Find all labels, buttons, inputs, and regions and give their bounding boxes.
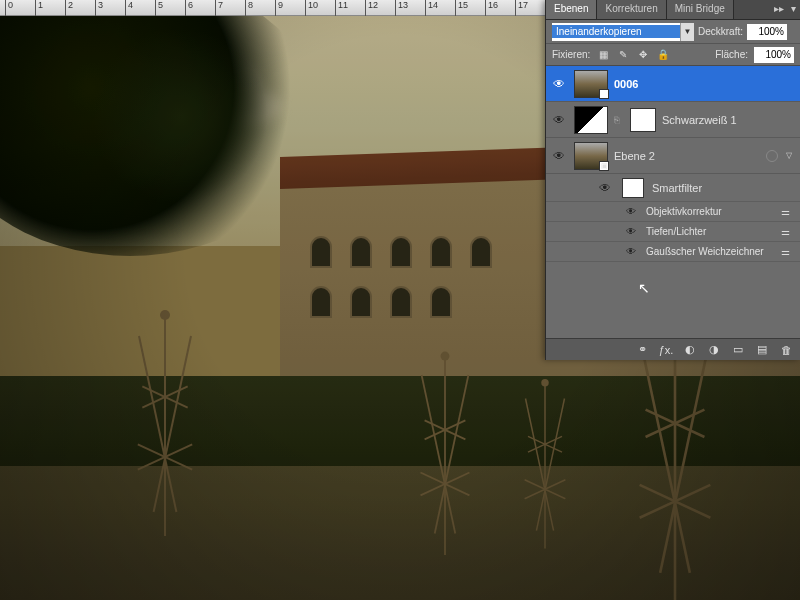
- ruler-tick: 8: [245, 0, 253, 16]
- ruler-tick: 3: [95, 0, 103, 16]
- visibility-toggle[interactable]: 👁: [624, 206, 638, 217]
- filter-objektivkorrektur[interactable]: 👁 Objektivkorrektur ⚌: [546, 202, 800, 222]
- layer-name[interactable]: Ebene 2: [614, 150, 655, 162]
- filter-options-icon[interactable]: ⚌: [781, 226, 790, 237]
- visibility-toggle[interactable]: 👁: [550, 77, 568, 91]
- ruler-tick: 4: [125, 0, 133, 16]
- layers-footer: ⚭ ƒx. ◐ ◑ ▭ ▤ 🗑: [546, 338, 800, 360]
- lock-position-icon[interactable]: ✥: [636, 48, 650, 62]
- blend-mode-select[interactable]: Ineinanderkopieren ▼: [552, 23, 694, 41]
- lock-all-icon[interactable]: 🔒: [656, 48, 670, 62]
- lock-fill-row: Fixieren: ▦ ✎ ✥ 🔒 Fläche: 100%: [546, 44, 800, 66]
- ruler-tick: 9: [275, 0, 283, 16]
- new-layer-icon[interactable]: ▤: [754, 343, 770, 356]
- layer-0006[interactable]: 👁 ▣ 0006: [546, 66, 800, 102]
- visibility-toggle[interactable]: 👁: [596, 181, 614, 195]
- smartfilter-header[interactable]: 👁 Smartfilter: [546, 174, 800, 202]
- chevron-down-icon[interactable]: ▽: [786, 151, 792, 160]
- smart-object-icon: ▣: [599, 89, 609, 99]
- lock-transparent-icon[interactable]: ▦: [596, 48, 610, 62]
- layer-thumbnail[interactable]: ▣: [574, 70, 608, 98]
- panel-tabs: Ebenen Korrekturen Mini Bridge ▸▸ ▾: [546, 0, 800, 20]
- cursor-icon: ↖: [638, 280, 650, 296]
- blend-mode-value: Ineinanderkopieren: [552, 25, 680, 38]
- ruler-tick: 6: [185, 0, 193, 16]
- filter-name: Objektivkorrektur: [646, 206, 722, 217]
- link-icon: ⎘: [614, 115, 624, 125]
- layer-name[interactable]: Schwarzweiß 1: [662, 114, 737, 126]
- filter-options-icon[interactable]: ⚌: [781, 206, 790, 217]
- ruler-tick: 11: [335, 0, 348, 16]
- ruler-tick: 10: [305, 0, 318, 16]
- ruler-tick: 1: [35, 0, 43, 16]
- delete-layer-icon[interactable]: 🗑: [778, 344, 794, 356]
- smartfilter-label: Smartfilter: [652, 182, 702, 194]
- filter-mask-thumbnail[interactable]: [622, 178, 644, 198]
- link-layers-icon[interactable]: ⚭: [634, 343, 650, 356]
- filter-tiefenlichter[interactable]: 👁 Tiefen/Lichter ⚌: [546, 222, 800, 242]
- layer-schwarzweiss[interactable]: 👁 ⎘ Schwarzweiß 1: [546, 102, 800, 138]
- visibility-toggle[interactable]: 👁: [550, 113, 568, 127]
- ruler-tick: 2: [65, 0, 73, 16]
- layers-panel: Ebenen Korrekturen Mini Bridge ▸▸ ▾ Inei…: [545, 0, 800, 360]
- panel-menu-icon[interactable]: ▾: [786, 0, 800, 19]
- visibility-toggle[interactable]: 👁: [550, 149, 568, 163]
- tab-minibridge[interactable]: Mini Bridge: [667, 0, 734, 19]
- ruler-tick: 15: [455, 0, 468, 16]
- adjustment-layer-icon[interactable]: ◑: [706, 343, 722, 356]
- ruler-tick: 5: [155, 0, 163, 16]
- filter-gausscher[interactable]: 👁 Gaußscher Weichzeichner ⚌: [546, 242, 800, 262]
- layers-list: 👁 ▣ 0006 👁 ⎘ Schwarzweiß 1 👁 ▣ Ebene 2 ▽…: [546, 66, 800, 322]
- layers-empty-area[interactable]: ↖: [546, 262, 800, 322]
- layer-ebene2[interactable]: 👁 ▣ Ebene 2 ▽: [546, 138, 800, 174]
- filter-name: Tiefen/Lichter: [646, 226, 706, 237]
- filter-visibility-icon[interactable]: [766, 150, 778, 162]
- ruler-tick: 13: [395, 0, 408, 16]
- mask-thumbnail[interactable]: [630, 108, 656, 132]
- smart-object-icon: ▣: [599, 161, 609, 171]
- ruler-tick: 0: [5, 0, 13, 16]
- tab-adjustments[interactable]: Korrekturen: [597, 0, 666, 19]
- filter-options-icon[interactable]: ⚌: [781, 246, 790, 257]
- adjustment-thumbnail[interactable]: [574, 106, 608, 134]
- lock-pixels-icon[interactable]: ✎: [616, 48, 630, 62]
- fx-icon[interactable]: ƒx.: [658, 344, 674, 356]
- panel-menu: ▸▸ ▾: [772, 0, 800, 19]
- filter-name: Gaußscher Weichzeichner: [646, 246, 764, 257]
- ruler-tick: 12: [365, 0, 378, 16]
- ruler-tick: 14: [425, 0, 438, 16]
- ruler-tick: 7: [215, 0, 223, 16]
- fill-input[interactable]: 100%: [754, 47, 794, 63]
- new-group-icon[interactable]: ▭: [730, 343, 746, 356]
- opacity-label: Deckkraft:: [698, 26, 743, 37]
- visibility-toggle[interactable]: 👁: [624, 226, 638, 237]
- layer-thumbnail[interactable]: ▣: [574, 142, 608, 170]
- opacity-input[interactable]: 100%: [747, 24, 787, 40]
- ruler-tick: 16: [485, 0, 498, 16]
- chevron-down-icon: ▼: [680, 23, 694, 41]
- visibility-toggle[interactable]: 👁: [624, 246, 638, 257]
- add-mask-icon[interactable]: ◐: [682, 343, 698, 356]
- layer-name[interactable]: 0006: [614, 78, 638, 90]
- blend-opacity-row: Ineinanderkopieren ▼ Deckkraft: 100%: [546, 20, 800, 44]
- tab-layers[interactable]: Ebenen: [546, 0, 597, 19]
- ruler-tick: 17: [515, 0, 528, 16]
- lock-label: Fixieren:: [552, 49, 590, 60]
- collapse-icon[interactable]: ▸▸: [772, 0, 786, 19]
- fill-label: Fläche:: [715, 49, 748, 60]
